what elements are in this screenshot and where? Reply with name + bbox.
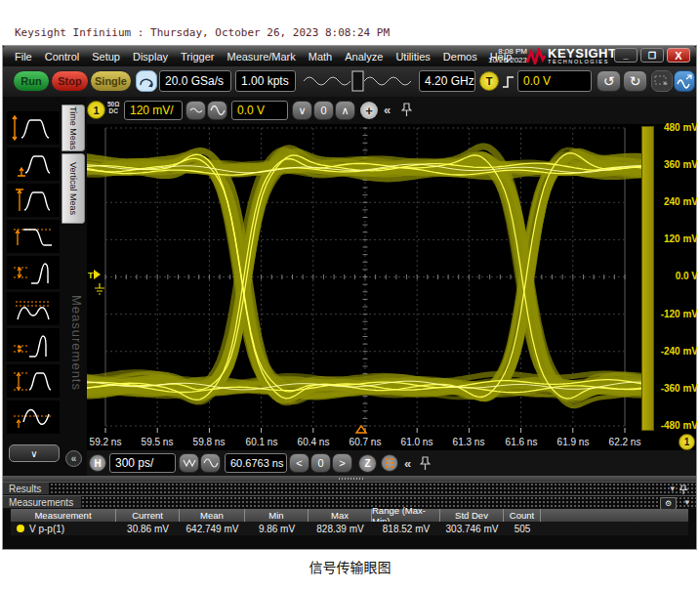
touch-icon[interactable] (136, 70, 157, 92)
menu-measure-mark[interactable]: Measure/Mark (226, 51, 295, 63)
vertical-offset-field[interactable]: 0.0 V (231, 101, 288, 120)
menu-items: File Control Setup Display Trigger Measu… (15, 46, 512, 66)
bandwidth-field[interactable]: 4.20 GHz (419, 70, 475, 92)
measurements-title: Measurements (3, 496, 81, 508)
menu-file[interactable]: File (15, 51, 32, 63)
meas-icon-v-flatness[interactable] (7, 292, 60, 325)
collapse-channel-icon[interactable]: « (384, 103, 391, 117)
meas-icon-v-top[interactable] (7, 220, 60, 253)
col-measurement: Measurement (11, 509, 116, 522)
memory-slider[interactable] (302, 69, 417, 93)
offset-down-icon[interactable]: ∨ (292, 101, 312, 120)
measurements-dropdown-icon[interactable]: ▾ (684, 497, 689, 507)
offset-up-icon[interactable]: ∧ (335, 101, 355, 120)
std-dev-cell: 303.746 mV (440, 522, 504, 535)
single-button[interactable]: Single (90, 70, 132, 92)
divider-drag-handle[interactable] (338, 478, 363, 480)
col-max: Max (309, 509, 372, 522)
collapse-sidebar-icon[interactable]: « (65, 450, 82, 467)
scale-increase-wave-icon[interactable] (207, 101, 227, 120)
measurements-table-header: Measurement Current Mean Min Max Range (… (11, 509, 688, 522)
meas-icon-v-max[interactable] (7, 184, 60, 217)
trigger-level-marker[interactable]: T (88, 270, 101, 280)
channel-coupling-mode: DC (107, 107, 119, 114)
trigger-level-field[interactable]: 0.0 V (517, 70, 592, 92)
tab-vertical-meas[interactable]: Vertical Meas (62, 153, 85, 224)
vertical-scale-field[interactable]: 120 mV/ (124, 101, 183, 120)
col-filler (541, 509, 688, 522)
channel-badge-bottom[interactable]: 1 (679, 434, 695, 450)
measurements-bar[interactable]: Measurements ⚙ ▾ (3, 495, 696, 509)
measurement-row-vpp[interactable]: V p-p(1) 30.86 mV 642.749 mV 9.86 mV 828… (11, 522, 688, 535)
position-right-icon[interactable]: > (332, 453, 352, 473)
trigger-edge-icon[interactable] (502, 74, 515, 89)
results-bar[interactable]: Results ▾ (3, 482, 696, 495)
meas-icon-v-peak-peak[interactable] (7, 111, 60, 145)
meas-icon-v-base[interactable] (7, 256, 60, 289)
meas-icon-v-lower[interactable] (7, 328, 60, 361)
memory-slider-handle[interactable] (352, 71, 363, 91)
autoscale-icon[interactable] (674, 70, 695, 92)
keysight-spark-icon (526, 48, 546, 64)
meas-icon-v-min[interactable] (7, 148, 60, 181)
horizontal-position-field[interactable]: 60.6763 ns (225, 453, 287, 473)
scope-display[interactable]: T 480 mV 360 mV 240 mV 120 mV 0.0 V -120… (87, 124, 696, 450)
undo-icon[interactable]: ↺ (597, 70, 621, 92)
menu-analyze[interactable]: Analyze (345, 51, 383, 63)
horizontal-badge[interactable]: H (89, 454, 106, 472)
meas-icon-v-amplitude[interactable] (7, 364, 60, 398)
menu-math[interactable]: Math (309, 51, 332, 63)
minimize-button[interactable]: _ (614, 48, 638, 63)
sample-rate-field[interactable]: 20.0 GSa/s (159, 70, 231, 92)
meas-icon-v-rms[interactable] (7, 400, 60, 434)
v-axis-label: 240 mV (657, 196, 698, 207)
close-button[interactable]: X (667, 48, 690, 63)
scale-decrease-wave-icon[interactable] (185, 101, 206, 120)
timebase-scale-field[interactable]: 300 ps/ (109, 453, 176, 473)
stop-button[interactable]: Stop (51, 70, 89, 92)
zoom-mode-icon[interactable]: Z (358, 454, 377, 473)
menu-bar: File Control Setup Display Trigger Measu… (3, 46, 696, 66)
marker-tool-icon[interactable] (651, 70, 673, 92)
pin-channel-icon[interactable] (401, 103, 412, 117)
maximize-button[interactable]: ❐ (640, 48, 664, 63)
timebase-compress-wave-icon[interactable] (179, 453, 199, 473)
collapse-hbar-icon[interactable]: « (404, 456, 411, 471)
tab-time-meas[interactable]: Time Meas (62, 105, 85, 151)
results-title: Results (3, 483, 49, 494)
eye-diagram-canvas[interactable] (87, 124, 653, 434)
brand-sub: TECHNOLOGIES (548, 60, 616, 64)
offset-zero-button[interactable]: 0 (313, 101, 334, 120)
figure-caption: 信号传输眼图 (0, 557, 700, 576)
menu-utilities[interactable]: Utilities (395, 51, 430, 63)
ground-symbol-icon (94, 283, 105, 296)
window-buttons: _ ❐ X (614, 48, 690, 63)
measurements-sidebar: ∨ Time Meas Vertical Meas Measurements « (3, 97, 87, 474)
col-count: Count (504, 509, 541, 522)
measurements-panel-label: Measurements (62, 295, 84, 412)
t-axis-label: 61.3 ns (447, 437, 490, 447)
position-left-icon[interactable]: < (289, 453, 309, 473)
menu-display[interactable]: Display (133, 51, 168, 63)
menu-trigger[interactable]: Trigger (181, 51, 214, 63)
results-dropdown-icon[interactable]: ▾ (670, 484, 675, 493)
t-axis-label: 62.2 ns (603, 437, 646, 447)
add-channel-icon[interactable]: + (360, 102, 378, 119)
position-zero-button[interactable]: 0 (310, 453, 331, 473)
menu-control[interactable]: Control (45, 51, 79, 63)
pin-results-icon[interactable] (679, 485, 688, 495)
trigger-badge[interactable]: T (479, 71, 499, 91)
sample-display-icon[interactable] (381, 454, 398, 472)
timebase-expand-wave-icon[interactable] (200, 453, 221, 473)
keysight-logo: KEYSIGHT TECHNOLOGIES (548, 48, 616, 64)
scroll-more-icon[interactable]: ∨ (9, 444, 60, 462)
run-button[interactable]: Run (13, 70, 50, 92)
channel-1-badge[interactable]: 1 (87, 101, 105, 119)
pin-hbar-icon[interactable] (420, 456, 431, 471)
redo-icon[interactable]: ↻ (623, 70, 647, 92)
memory-depth-field[interactable]: 1.00 kpts (235, 70, 296, 92)
menu-setup[interactable]: Setup (92, 51, 120, 63)
document-header-line: Keysight Infiniium : Thursday, October 2… (15, 26, 390, 39)
channel-color-dot (17, 525, 24, 532)
channel-scale-strip (641, 126, 654, 431)
